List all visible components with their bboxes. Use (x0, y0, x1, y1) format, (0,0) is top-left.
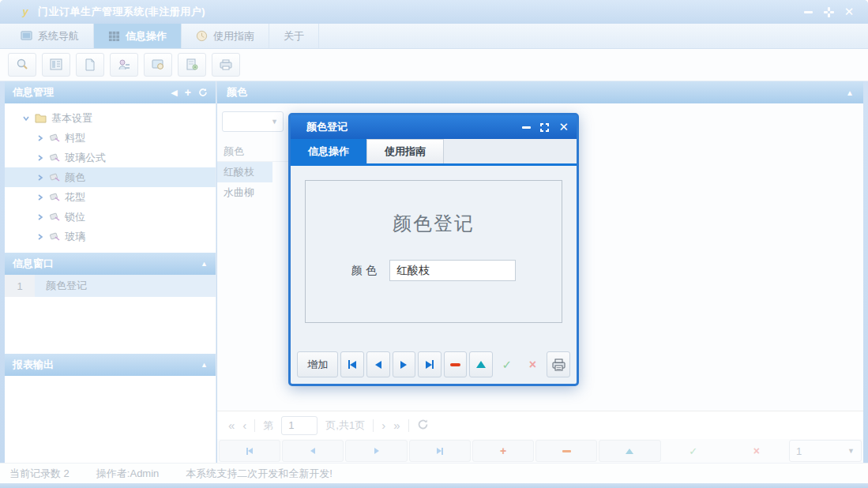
minimize-icon[interactable] (522, 126, 531, 129)
print-icon (551, 358, 566, 372)
collapse-up-icon[interactable]: ▲ (201, 361, 208, 369)
chevron-right-icon (36, 134, 44, 142)
dialog-titlebar[interactable]: 颜色登记 ✕ (291, 115, 577, 139)
check-icon: ✓ (502, 358, 513, 372)
tree-node-selected[interactable]: 颜色 (5, 167, 216, 187)
panel-header-report-output[interactable]: 报表输出 ▲ (5, 354, 216, 376)
search-button[interactable] (8, 53, 36, 77)
document-button[interactable] (76, 53, 104, 77)
prev-page-button[interactable]: ‹ (242, 419, 246, 432)
print-button[interactable] (547, 351, 570, 377)
dialog-tab-info-operations[interactable]: 信息操作 (291, 139, 366, 163)
cross-icon: × (529, 358, 536, 372)
confirm-button[interactable]: ✓ (663, 440, 724, 462)
delete-record-button[interactable] (444, 351, 468, 377)
document-add-button[interactable] (178, 53, 206, 77)
delete-record-button[interactable] (535, 440, 597, 462)
main-tabbar: 系统导航 信息操作 使用指南 关于 (0, 24, 868, 49)
tool-icon (49, 192, 60, 202)
form-button[interactable] (42, 53, 70, 77)
last-record-button[interactable] (418, 351, 442, 377)
tree-node[interactable]: 锁位 (5, 207, 216, 227)
collapse-up-icon[interactable]: ▲ (201, 260, 208, 268)
tab-info-operations[interactable]: 信息操作 (94, 24, 182, 48)
chevron-down-icon: ▼ (847, 447, 855, 455)
page-number-input[interactable] (281, 416, 318, 435)
form-icon (49, 58, 63, 72)
grid-icon (108, 30, 120, 42)
collapse-up-icon[interactable]: ▲ (846, 88, 854, 97)
filter-combobox[interactable]: ▼ (222, 111, 284, 132)
monitor-search-button[interactable] (144, 53, 172, 77)
panel-title: 信息窗口 (13, 257, 54, 271)
app-window: y 门业订单生产管理系统(非注册用户) ✕ 系统导航 信息操作 使用指南 关于 (0, 0, 868, 488)
prev-record-button[interactable] (282, 440, 344, 462)
next-page-button[interactable]: › (381, 419, 385, 432)
content-title: 颜色 (227, 85, 247, 99)
cancel-button[interactable]: × (521, 351, 545, 377)
tree-node[interactable]: 花型 (5, 187, 216, 207)
first-page-button[interactable]: « (228, 419, 235, 432)
record-navbar: + ✓ × 1 ▼ (217, 439, 863, 463)
chevron-right-icon (36, 174, 44, 182)
plus-icon[interactable]: + (185, 86, 191, 99)
document-add-icon (185, 58, 199, 72)
tree-node[interactable]: 料型 (5, 128, 216, 148)
sidebar-spacer (5, 297, 216, 354)
edit-record-button[interactable] (469, 351, 493, 377)
first-record-button[interactable] (219, 440, 280, 462)
edit-record-button[interactable] (599, 440, 660, 462)
tree-node-label: 花型 (65, 190, 85, 205)
minimize-icon[interactable] (802, 6, 814, 18)
tree-node-root[interactable]: 基本设置 (5, 108, 216, 128)
tab-user-guide[interactable]: 使用指南 (182, 24, 269, 48)
dialog-tab-user-guide[interactable]: 使用指南 (366, 139, 444, 163)
record-page-value: 1 (796, 445, 802, 457)
last-page-button[interactable]: » (393, 419, 400, 432)
close-icon[interactable]: ✕ (558, 120, 569, 134)
maximize-icon[interactable] (540, 123, 549, 132)
collapse-left-icon[interactable]: ◀ (171, 88, 177, 98)
window-list-index: 1 (5, 275, 35, 297)
info-tree: 基本设置 料型 玻璃公式 颜色 花型 (5, 103, 216, 253)
refresh-icon[interactable] (198, 88, 208, 97)
table-row[interactable]: 红酸枝 (217, 162, 272, 182)
tool-icon (49, 231, 60, 242)
app-logo-icon: y (19, 6, 32, 18)
tab-about[interactable]: 关于 (269, 24, 319, 48)
window-list-item[interactable]: 1 颜色登记 (5, 275, 216, 297)
color-field-input[interactable] (389, 260, 516, 281)
page-suffix-label: 页,共1页 (325, 419, 365, 433)
tab-label: 使用指南 (213, 29, 254, 43)
check-icon: ✓ (689, 445, 697, 457)
user-button[interactable] (110, 53, 138, 77)
clock-icon (196, 30, 208, 42)
close-icon[interactable]: ✕ (843, 6, 855, 18)
restore-icon[interactable] (822, 6, 835, 18)
window-title: 门业订单生产管理系统(非注册用户) (38, 5, 205, 19)
printer-button[interactable] (212, 53, 240, 77)
panel-header-info-management[interactable]: 信息管理 ◀ + (5, 81, 216, 103)
chevron-down-icon (22, 114, 30, 122)
panel-title: 信息管理 (13, 85, 54, 99)
panel-header-info-windows[interactable]: 信息窗口 ▲ (5, 253, 216, 275)
cross-icon: × (753, 445, 760, 457)
last-record-button[interactable] (409, 440, 471, 462)
tab-system-nav[interactable]: 系统导航 (6, 24, 94, 48)
next-record-button[interactable] (393, 351, 416, 377)
add-record-button[interactable]: + (472, 440, 534, 462)
tree-node[interactable]: 玻璃 (5, 227, 216, 246)
refresh-icon[interactable] (417, 419, 429, 433)
add-button[interactable]: 增加 (297, 351, 338, 377)
operator-label: 操作者:Admin (96, 467, 159, 481)
prev-record-button[interactable] (366, 351, 390, 377)
record-page-combobox[interactable]: 1 ▼ (789, 440, 862, 462)
titlebar[interactable]: y 门业订单生产管理系统(非注册用户) ✕ (0, 0, 868, 24)
first-record-button[interactable] (340, 351, 364, 377)
tree-node[interactable]: 玻璃公式 (5, 148, 216, 167)
color-register-dialog: 颜色登记 ✕ 信息操作 使用指南 颜色登记 颜 色 增加 (288, 113, 579, 386)
minus-icon (562, 450, 571, 452)
next-record-button[interactable] (345, 440, 407, 462)
confirm-button[interactable]: ✓ (495, 351, 519, 377)
cancel-button[interactable]: × (726, 440, 787, 462)
